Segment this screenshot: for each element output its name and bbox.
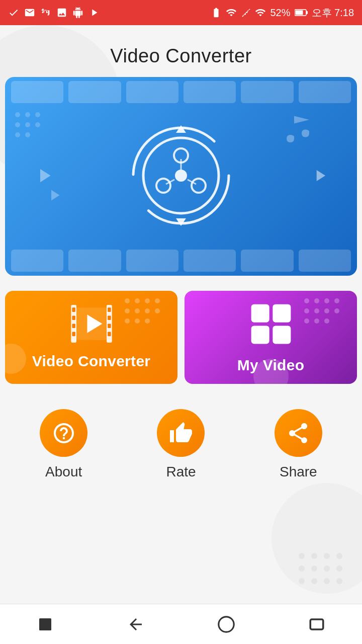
card-deco-dots bbox=[122, 296, 172, 331]
svg-point-65 bbox=[311, 566, 317, 572]
svg-point-45 bbox=[304, 298, 309, 303]
image-icon bbox=[56, 7, 67, 18]
nav-stop-button[interactable] bbox=[30, 609, 60, 639]
svg-point-9 bbox=[192, 179, 206, 193]
film-cell bbox=[241, 250, 293, 272]
film-cell bbox=[11, 81, 63, 103]
bottom-deco-dots bbox=[294, 548, 354, 599]
about-label: About bbox=[45, 464, 82, 480]
nav-back-button[interactable] bbox=[121, 609, 151, 639]
video-converter-card[interactable]: Video Converter bbox=[5, 291, 177, 384]
usb-icon bbox=[40, 7, 51, 18]
svg-point-60 bbox=[299, 553, 305, 559]
svg-point-18 bbox=[25, 122, 30, 127]
film-cell bbox=[126, 250, 178, 272]
bottom-actions: About Rate Share bbox=[5, 409, 357, 480]
svg-point-51 bbox=[324, 308, 329, 313]
film-strip-bottom bbox=[5, 246, 357, 276]
svg-point-70 bbox=[324, 578, 330, 584]
svg-rect-2 bbox=[295, 11, 303, 15]
svg-point-32 bbox=[145, 318, 150, 324]
my-video-card[interactable]: My Video bbox=[185, 291, 357, 384]
card-deco-dots-2 bbox=[302, 296, 352, 331]
check-icon bbox=[8, 7, 19, 18]
svg-point-48 bbox=[334, 298, 339, 303]
reel-arrows-svg bbox=[128, 123, 234, 228]
svg-point-20 bbox=[15, 132, 20, 137]
svg-point-71 bbox=[336, 578, 342, 584]
film-cell bbox=[299, 81, 351, 103]
nav-overview-button[interactable] bbox=[302, 609, 332, 639]
share-circle bbox=[275, 409, 322, 457]
share-icon bbox=[286, 421, 310, 445]
gmail-icon bbox=[24, 7, 35, 18]
question-icon bbox=[52, 421, 76, 445]
svg-point-21 bbox=[25, 132, 30, 137]
svg-rect-58 bbox=[251, 326, 269, 344]
film-cell bbox=[126, 81, 178, 103]
svg-rect-59 bbox=[273, 326, 291, 344]
svg-point-24 bbox=[145, 298, 150, 303]
nav-home-button[interactable] bbox=[211, 609, 241, 639]
android-icon bbox=[72, 7, 83, 18]
svg-point-54 bbox=[314, 318, 319, 324]
share-action[interactable]: Share bbox=[275, 409, 322, 480]
svg-point-7 bbox=[175, 170, 187, 182]
film-cell bbox=[299, 250, 351, 272]
cards-row: Video Converter bbox=[5, 291, 357, 384]
svg-point-28 bbox=[145, 308, 150, 313]
wifi-icon bbox=[226, 7, 237, 18]
deco-dots-icon bbox=[13, 110, 63, 150]
svg-point-26 bbox=[125, 308, 130, 313]
svg-point-14 bbox=[15, 112, 20, 117]
svg-point-16 bbox=[35, 112, 40, 117]
battery-icon bbox=[211, 7, 222, 18]
nav-bar bbox=[0, 604, 362, 644]
svg-point-25 bbox=[155, 298, 160, 303]
svg-rect-72 bbox=[39, 618, 51, 630]
svg-rect-39 bbox=[108, 307, 111, 312]
svg-point-30 bbox=[125, 318, 130, 324]
film-cell bbox=[68, 81, 121, 103]
svg-rect-40 bbox=[108, 315, 111, 320]
rate-action[interactable]: Rate bbox=[157, 409, 205, 480]
svg-point-63 bbox=[336, 553, 342, 559]
svg-rect-57 bbox=[273, 304, 291, 322]
status-icons bbox=[8, 7, 100, 18]
play-left-icon bbox=[33, 164, 55, 189]
film-cell bbox=[184, 81, 236, 103]
svg-rect-1 bbox=[306, 11, 308, 14]
svg-point-61 bbox=[311, 553, 317, 559]
svg-point-64 bbox=[299, 566, 305, 572]
my-video-icon bbox=[248, 301, 294, 349]
about-circle bbox=[40, 409, 87, 457]
app-title: Video Converter bbox=[110, 45, 251, 67]
signal-icon bbox=[255, 7, 266, 18]
svg-point-23 bbox=[135, 298, 140, 303]
back-icon bbox=[127, 615, 145, 633]
svg-point-68 bbox=[299, 578, 305, 584]
thumbsup-icon bbox=[169, 421, 193, 445]
svg-rect-37 bbox=[72, 332, 75, 337]
svg-rect-42 bbox=[108, 332, 111, 337]
video-converter-icon bbox=[69, 305, 114, 345]
stop-icon bbox=[36, 615, 54, 633]
film-cell bbox=[241, 81, 293, 103]
signal-off-icon bbox=[241, 8, 251, 18]
play-right-icon bbox=[310, 166, 329, 187]
svg-point-50 bbox=[314, 308, 319, 313]
svg-point-15 bbox=[25, 112, 30, 117]
svg-rect-35 bbox=[72, 315, 75, 320]
svg-point-46 bbox=[314, 298, 319, 303]
svg-point-62 bbox=[324, 553, 330, 559]
svg-point-52 bbox=[334, 308, 339, 313]
svg-point-10 bbox=[156, 179, 170, 193]
about-action[interactable]: About bbox=[40, 409, 87, 480]
video-converter-label: Video Converter bbox=[32, 353, 151, 370]
rate-circle bbox=[157, 409, 205, 457]
svg-point-66 bbox=[324, 566, 330, 572]
status-time: 오후 7:18 bbox=[312, 6, 354, 20]
svg-rect-56 bbox=[251, 304, 269, 322]
film-cell bbox=[11, 250, 63, 272]
svg-point-31 bbox=[135, 318, 140, 324]
